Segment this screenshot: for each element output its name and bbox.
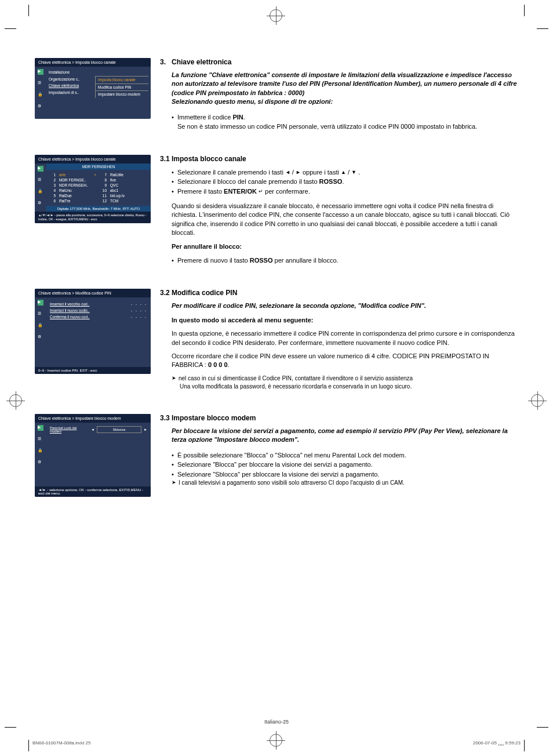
right-arrow-icon: ►	[296, 169, 301, 177]
crop-mark	[5, 28, 16, 29]
osd-icon-column: ▶ ☰ 🔒 ⚙	[35, 163, 46, 212]
ch-num: 2	[50, 178, 56, 182]
ch-num: 10	[101, 188, 107, 192]
note-text: Una volta modificata la password, è nece…	[180, 383, 412, 391]
section-heading: 3.2 Modifica codice PIN	[160, 289, 518, 297]
pin-label: Inserisci il vecchio cod..	[50, 302, 89, 306]
ch-name: RaiUno	[59, 188, 72, 192]
menu-sub-item: Imposta blocco canale	[95, 76, 148, 83]
pin-value: - - - -	[131, 308, 147, 312]
modem-value: Sblocca	[97, 426, 141, 433]
page-content: Chiave elettronica > Imposta blocco cana…	[35, 58, 518, 520]
left-arrow-icon: ◄	[91, 428, 94, 431]
ch-num: 1	[50, 173, 56, 177]
menu-item: Installazione	[46, 69, 93, 76]
osd-icon-column: ▶ ☰ 🔒 ⚙	[35, 423, 46, 475]
page-number: Italiano-25	[0, 719, 553, 725]
ch-num: 8	[101, 178, 107, 182]
tune-icon: ☰	[38, 311, 43, 317]
print-footer: BN68-01007M-00Ita.indd 25 2006-07-05 ␣␣ …	[32, 740, 521, 746]
osd-breadcrumb: Chiave elettronica > Modifica codice PIN	[35, 289, 151, 297]
gear-icon: ⚙	[38, 201, 43, 206]
osd-screenshot-change-pin: Chiave elettronica > Modifica codice PIN…	[35, 289, 151, 374]
pin-value: - - - -	[131, 302, 147, 306]
crop-mark	[524, 5, 525, 16]
ch-num: 4	[50, 188, 56, 192]
section-intro: La funzione "Chiave elettronica" consent…	[160, 71, 518, 107]
modem-row: Parental Lock del modem ◄ Sblocca ►	[46, 423, 151, 437]
pin-value: - - - -	[131, 315, 147, 319]
registration-target-icon	[9, 394, 22, 407]
crop-mark	[28, 5, 29, 16]
osd-screenshot-parental-menu: Chiave elettronica > Imposta blocco cana…	[35, 58, 151, 119]
text: Selezionare il blocco del canale premend…	[177, 178, 319, 185]
note-text: nel caso in cui si dimenticasse il Codic…	[179, 375, 413, 383]
menu-item: Organizzazione c..	[46, 76, 93, 83]
osd-breadcrumb: Chiave elettronica > Impostare blocco mo…	[35, 414, 151, 423]
bullet-item: Immettere il codice PIN. Se non è stato …	[172, 112, 518, 132]
menu-sub-item: Impostare blocco modem	[95, 90, 148, 98]
flag-icon: ▶	[38, 300, 43, 306]
note-text: I canali televisivi a pagamento sono vis…	[179, 479, 405, 487]
note-line: Una volta modificata la password, è nece…	[160, 383, 518, 391]
modem-label: Parental Lock del modem	[50, 426, 89, 433]
bullet-item: Premere di nuovo il tasto ROSSO per annu…	[172, 256, 518, 266]
osd-left-menu: Installazione Organizzazione c.. Chiave …	[46, 67, 93, 119]
tune-icon: ☰	[38, 177, 43, 183]
heading-number: 3.	[160, 58, 166, 66]
ch-name: arte	[59, 173, 66, 177]
note-line: ➤I canali televisivi a pagamento sono vi…	[160, 479, 518, 487]
ch-num: 9	[101, 183, 107, 187]
ch-num: 11	[101, 194, 107, 198]
flag-icon: ▶	[38, 69, 43, 75]
section-33-row: Chiave elettronica > Impostare blocco mo…	[35, 414, 518, 497]
flag-icon: ▶	[38, 425, 43, 431]
ch-num: 12	[101, 199, 107, 203]
section-3-content: 3. Chiave elettronica La funzione "Chiav…	[160, 58, 518, 132]
bullet-item: Selezionare "Sblocca" per sbloccare la v…	[172, 470, 518, 479]
text: Premere il tasto	[177, 188, 224, 195]
osd-breadcrumb: Chiave elettronica > Imposta blocco cana…	[35, 155, 151, 163]
ch-name: five	[110, 178, 116, 182]
registration-target-icon	[270, 9, 282, 22]
text-bold: ROSSO	[319, 178, 343, 185]
bullet-item: Selezionare il canale premendo i tasti ◄…	[172, 168, 518, 177]
text-bold: ROSSO	[250, 257, 273, 264]
channel-col-left: 1arte+ 2MDR FERNSE.. 3NDR FERNSEH.. 4Rai…	[50, 172, 96, 203]
print-date: 2006-07-05 ␣␣ 9:59:23	[473, 740, 521, 746]
section-intro: Per bloccare la visione dei servizi a pa…	[160, 427, 518, 445]
text: Se non è stato immesso un codice PIN per…	[177, 123, 477, 130]
enter-ok-icon: ↵	[259, 188, 263, 196]
osd-right-menu: Imposta blocco canale Modifica codice PI…	[93, 67, 151, 119]
section-3-row: Chiave elettronica > Imposta blocco cana…	[35, 58, 518, 132]
channel-footer: Digitale 177,500 MHz, Bandwidth: 7 MHz, …	[46, 206, 151, 212]
text: oppure i tasti	[301, 169, 341, 176]
section-heading: 3.3 Impostare blocco modem	[160, 414, 518, 422]
text-bold: PIN	[232, 114, 243, 121]
crop-mark	[524, 740, 525, 751]
text: .	[356, 169, 360, 176]
ch-name: RaiDue	[59, 194, 72, 198]
osd-screenshot-channel-lock: Chiave elettronica > Imposta blocco cana…	[35, 155, 151, 223]
ch-name: RaiUtile	[110, 173, 123, 177]
tune-icon: ☰	[38, 437, 43, 442]
osd-icon-column: ▶ ☰ 🔒 ⚙	[35, 67, 46, 119]
ch-name: RaiTre	[59, 199, 70, 203]
text: Immettere il codice	[177, 114, 232, 121]
pin-label: Conferma il nuovo cod..	[50, 315, 90, 319]
ch-name: bid-up.tv	[110, 194, 125, 198]
subheading: In questo modo si accederà al menu segue…	[160, 316, 518, 325]
modem-footer: ◄/► - seleziona opzione, OK - conferma s…	[35, 486, 151, 497]
ch-name: TCM	[110, 199, 118, 203]
gear-icon: ⚙	[38, 104, 43, 110]
bullet-list: Immettere il codice PIN. Se non è stato …	[160, 112, 518, 132]
note-line: ➤nel caso in cui si dimenticasse il Codi…	[160, 375, 518, 383]
section-33-content: 3.3 Impostare blocco modem Per bloccare …	[160, 414, 518, 487]
text: .	[243, 114, 245, 121]
ch-num: 7	[101, 173, 107, 177]
left-arrow-icon: ◄	[285, 169, 290, 177]
text: per confermare.	[263, 188, 310, 195]
text-bold: ENTER/OK	[224, 188, 257, 195]
menu-item: Impostazioni di s..	[46, 89, 93, 96]
channel-header: MDR FERNSEHEN	[46, 163, 151, 170]
